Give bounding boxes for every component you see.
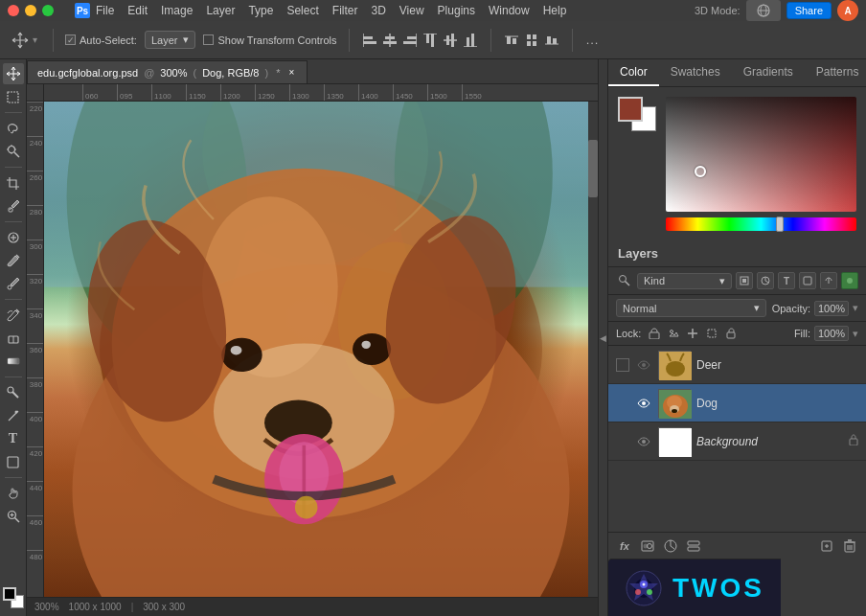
layer-row-background[interactable]: Background [608, 422, 866, 461]
layer-row-deer[interactable]: Deer [608, 346, 866, 384]
lock-artboard-icon[interactable] [704, 326, 719, 341]
canvas-scrollbar-v[interactable] [588, 102, 598, 597]
dodge-tool[interactable] [3, 382, 24, 403]
zoom-tool[interactable] [3, 506, 24, 527]
opacity-input[interactable] [814, 301, 849, 316]
maximize-button[interactable] [42, 5, 54, 16]
fill-arrow[interactable]: ▾ [853, 328, 858, 340]
align-middle-icon[interactable] [442, 32, 459, 49]
move-tool[interactable] [3, 63, 24, 84]
doc-size-info: 300 x 300 [143, 602, 185, 612]
canvas-container[interactable] [44, 102, 598, 597]
layer-dropdown[interactable]: Layer ▾ [145, 31, 196, 49]
spot-heal-tool[interactable] [3, 227, 24, 248]
dist-top-icon[interactable] [503, 32, 520, 49]
delete-layer-button[interactable] [841, 537, 858, 555]
brush-tool[interactable] [3, 250, 24, 271]
lock-position-icon[interactable] [685, 326, 700, 341]
menu-window[interactable]: Window [489, 4, 530, 17]
select-rect-tool[interactable] [3, 86, 24, 107]
close-button[interactable] [8, 5, 19, 16]
menu-select[interactable]: Select [286, 4, 318, 17]
color-tab[interactable]: Color [608, 59, 659, 86]
lasso-tool[interactable] [3, 118, 24, 139]
minimize-button[interactable] [25, 5, 36, 16]
history-brush-tool[interactable] [3, 305, 24, 326]
magic-wand-tool[interactable] [3, 141, 24, 162]
filter-shape-icon[interactable] [799, 272, 816, 289]
add-adjustment-button[interactable] [662, 537, 679, 555]
menu-image[interactable]: Image [161, 4, 193, 17]
menu-filter[interactable]: Filter [332, 4, 358, 17]
more-options-icon[interactable]: ... [584, 32, 602, 49]
panel-collapse-handle[interactable]: ◀ [598, 59, 607, 616]
gradients-tab[interactable]: Gradients [732, 59, 805, 86]
add-mask-button[interactable] [639, 537, 656, 555]
lock-all-icon[interactable] [723, 326, 739, 341]
document-tab[interactable]: edu.gcfglobal.org.psd @ 300% (Dog, RGB/8… [27, 60, 308, 83]
clone-stamp-tool[interactable] [3, 273, 24, 294]
shape-tool[interactable] [3, 451, 24, 472]
menu-plugins[interactable]: Plugins [438, 4, 475, 17]
add-layer-button[interactable] [818, 537, 835, 555]
blend-mode-dropdown[interactable]: Normal ▾ [616, 299, 766, 317]
menu-help[interactable]: Help [543, 4, 567, 17]
menu-file[interactable]: File [96, 4, 114, 17]
align-right-icon[interactable] [401, 32, 419, 49]
scrollbar-thumb-v[interactable] [588, 140, 598, 197]
eyedropper-tool[interactable] [3, 195, 24, 217]
filter-pixel-icon[interactable] [736, 272, 753, 289]
layer-visibility-deer[interactable] [635, 356, 652, 374]
lock-transparent-icon[interactable] [647, 326, 662, 341]
menu-layer[interactable]: Layer [206, 4, 235, 17]
fg-color-swatch-toolbar[interactable] [3, 587, 16, 601]
fx-button[interactable]: fx [616, 537, 633, 555]
canvas-area: edu.gcfglobal.org.psd @ 300% (Dog, RGB/8… [27, 59, 598, 616]
color-picker-cursor[interactable] [695, 166, 706, 177]
fg-bg-indicator[interactable] [3, 587, 24, 608]
fill-input[interactable] [814, 326, 849, 341]
align-center-h-icon[interactable] [381, 32, 399, 49]
dist-bottom-icon[interactable] [543, 32, 560, 49]
layer-visibility-dog[interactable] [635, 395, 652, 412]
group-layers-button[interactable] [685, 537, 702, 555]
filter-smart-icon[interactable] [820, 272, 837, 289]
opacity-arrow[interactable]: ▾ [853, 302, 858, 314]
text-tool[interactable]: T [3, 428, 24, 449]
filter-kind-dropdown[interactable]: Kind ▾ [637, 273, 732, 289]
auto-select-checkbox[interactable]: ✓ [65, 34, 76, 45]
filter-effects-icon[interactable] [841, 272, 858, 289]
swatches-tab[interactable]: Swatches [659, 59, 732, 86]
layer-row-dog[interactable]: Dog [608, 384, 866, 422]
auto-select-label[interactable]: ✓ Auto-Select: [65, 34, 137, 46]
foreground-color-swatch[interactable] [618, 97, 643, 122]
gradient-tool[interactable] [3, 351, 24, 372]
fg-bg-colors[interactable] [618, 97, 656, 131]
filter-adjustment-icon[interactable] [757, 272, 774, 289]
menu-edit[interactable]: Edit [127, 4, 148, 17]
pen-tool[interactable] [3, 405, 24, 426]
eraser-tool[interactable] [3, 328, 24, 349]
align-bottom-icon[interactable] [462, 32, 479, 49]
patterns-tab[interactable]: Patterns [805, 59, 866, 86]
crop-tool[interactable] [3, 172, 24, 194]
menu-3d[interactable]: 3D [371, 4, 385, 17]
lock-image-icon[interactable] [666, 326, 681, 341]
transform-controls-label[interactable]: Show Transform Controls [203, 34, 336, 46]
v-ruler-13: 460 [27, 515, 43, 550]
menu-view[interactable]: View [399, 4, 424, 17]
filter-type-icon[interactable]: T [778, 272, 795, 289]
hand-tool[interactable] [3, 483, 24, 504]
transform-checkbox[interactable] [203, 34, 214, 45]
menu-type[interactable]: Type [248, 4, 273, 17]
hue-slider[interactable] [666, 217, 856, 231]
tab-close-button[interactable]: × [285, 67, 297, 79]
layer-visibility-background[interactable] [635, 433, 652, 450]
align-left-icon[interactable] [361, 32, 378, 49]
color-gradient-picker[interactable] [666, 97, 856, 212]
layer-checkbox-deer[interactable] [616, 358, 629, 372]
hue-slider-thumb[interactable] [776, 217, 784, 232]
share-button[interactable]: Share [786, 2, 832, 19]
align-top-icon[interactable] [422, 32, 439, 49]
dist-vert-icon[interactable] [523, 32, 540, 49]
